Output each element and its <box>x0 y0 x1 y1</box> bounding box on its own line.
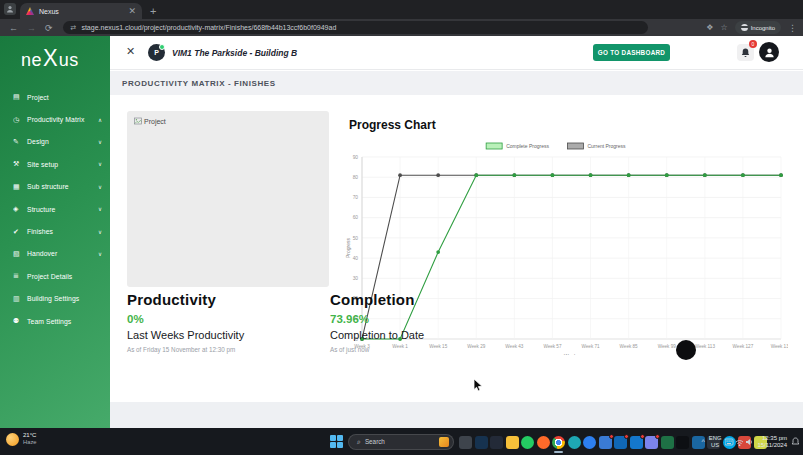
weather-desc: Haze <box>23 439 37 446</box>
sidebar-item-sub-structure[interactable]: ▦Sub structure∨ <box>0 176 110 198</box>
svg-text:Week 127: Week 127 <box>733 344 754 349</box>
people-app-icon[interactable] <box>599 436 612 449</box>
sidebar-item-project[interactable]: ▤Project <box>0 86 110 108</box>
sidebar-item-handover[interactable]: ▧Handover∨ <box>0 243 110 265</box>
sidebar-item-label: Sub structure <box>27 183 98 190</box>
sidebar-item-site-setup[interactable]: ⚒Site setup∨ <box>0 153 110 175</box>
chevron-up-icon: ∧ <box>98 117 102 123</box>
sidebar-item-label: Design <box>27 138 98 145</box>
sidebar-item-project-details[interactable]: ≣Project Details <box>0 265 110 287</box>
forward-icon[interactable]: → <box>27 23 36 33</box>
sidebar-item-design[interactable]: ✎Design∨ <box>0 131 110 153</box>
svg-text:60: 60 <box>353 215 359 220</box>
outlook-icon[interactable] <box>614 436 627 449</box>
svg-text:Complete Progress: Complete Progress <box>506 143 549 149</box>
search-placeholder: Search <box>365 438 435 445</box>
sidebar-item-label: Project Details <box>27 273 102 280</box>
back-icon[interactable]: ← <box>9 23 18 33</box>
layers-icon: ▦ <box>13 183 27 191</box>
app-icon-blue[interactable] <box>583 436 596 449</box>
taskbar-weather[interactable]: 21°C Haze <box>6 432 37 446</box>
chevron-down-icon: ∨ <box>98 206 102 212</box>
new-tab-button[interactable]: + <box>150 3 156 19</box>
completion-value: 73.96% <box>330 313 424 325</box>
browser-profile-icon[interactable] <box>4 3 16 15</box>
handover-icon: ▧ <box>13 250 27 258</box>
tray-status-icons[interactable] <box>725 437 753 447</box>
address-bar[interactable]: ⇄ stage.nexus1.cloud/project/productivit… <box>63 21 648 34</box>
completion-as-of: As of just now <box>330 346 424 353</box>
language-indicator[interactable]: ENG US <box>709 435 722 448</box>
extensions-icon[interactable]: ❖ <box>706 23 713 32</box>
tab-title: Nexus <box>39 8 123 15</box>
sidebar-item-productivity-matrix[interactable]: ◷Productivity Matrix∧ <box>0 108 110 130</box>
svg-text:Progress: Progress <box>345 238 351 259</box>
taskbar-clock[interactable]: 12:35 pm 15/11/2024 <box>757 435 787 449</box>
tab-close-icon[interactable]: ✕ <box>128 6 136 16</box>
page-background <box>110 402 803 428</box>
outlook-calendar-icon[interactable] <box>630 436 643 449</box>
tray-chevron-up-icon[interactable]: ^ <box>702 438 705 445</box>
reload-icon[interactable]: ⟳ <box>45 23 53 33</box>
browser-menu-icon[interactable]: ⋮ <box>788 23 797 33</box>
svg-text:50: 50 <box>353 236 359 241</box>
chrome-icon[interactable] <box>552 436 565 449</box>
file-explorer-icon[interactable] <box>506 436 519 449</box>
site-info-icon[interactable]: ⇄ <box>71 24 77 32</box>
user-avatar[interactable] <box>759 42 779 62</box>
start-button[interactable] <box>330 435 343 448</box>
firefox-icon[interactable] <box>537 436 550 449</box>
close-icon[interactable]: ✕ <box>126 45 135 58</box>
document-icon: ≣ <box>13 272 27 280</box>
tray-bell-icon[interactable] <box>791 437 800 447</box>
app-notification-badge <box>655 434 660 439</box>
whatsapp-icon[interactable] <box>521 436 534 449</box>
check-circle-icon: ✔ <box>13 228 27 236</box>
sidebar-item-label: Handover <box>27 250 98 257</box>
keyboard-icon <box>725 439 733 445</box>
system-app-icon[interactable] <box>459 436 472 449</box>
incognito-label: Incognito <box>751 25 775 31</box>
taskbar-search[interactable]: ⌕ Search <box>348 434 454 450</box>
taskbar: 21°C Haze ⌕ Search ^ ENG US <box>0 428 803 455</box>
svg-text:Week 113: Week 113 <box>695 344 716 349</box>
search-icon: ⌕ <box>357 438 361 446</box>
teams-classic-icon[interactable] <box>490 436 503 449</box>
svg-text:Week 29: Week 29 <box>467 344 485 349</box>
person-icon <box>764 47 775 58</box>
productivity-card: Productivity 0% Last Weeks Productivity … <box>127 291 244 353</box>
chevron-down-icon: ∨ <box>98 139 102 145</box>
floating-action-button[interactable] <box>676 340 696 360</box>
svg-text:70: 70 <box>353 195 359 200</box>
sidebar-item-label: Team Settings <box>27 318 102 325</box>
edge-icon[interactable] <box>568 436 581 449</box>
svg-text:Week 43: Week 43 <box>505 344 523 349</box>
notifications-button[interactable]: 0 <box>737 44 754 61</box>
productivity-as-of: As of Friday 15 November at 12:30 pm <box>127 346 244 353</box>
bell-icon <box>741 48 750 58</box>
sidebar-item-finishes[interactable]: ✔Finishes∨ <box>0 220 110 242</box>
sidebar-item-structure[interactable]: ◈Structure∨ <box>0 198 110 220</box>
store-app-icon[interactable] <box>475 436 488 449</box>
svg-text:Week 137: Week 137 <box>771 344 788 349</box>
completion-subtitle: Completion to Date <box>330 329 424 341</box>
teams-icon[interactable] <box>645 436 658 449</box>
terminal-icon[interactable] <box>676 436 689 449</box>
excel-icon[interactable] <box>661 436 674 449</box>
project-image-placeholder: Project <box>127 111 329 287</box>
broken-image-row: Project <box>134 117 166 125</box>
sidebar-item-team-settings[interactable]: ⚉Team Settings <box>0 310 110 332</box>
svg-text:30: 30 <box>353 276 359 281</box>
browser-tab[interactable]: Nexus ✕ <box>20 3 142 19</box>
project-title: VIM1 The Parkside - Building B <box>172 48 297 58</box>
go-to-dashboard-button[interactable]: GO TO DASHBOARD <box>593 44 670 61</box>
mouse-cursor <box>473 378 484 392</box>
chevron-down-icon: ∨ <box>98 251 102 257</box>
app-notification-badge <box>609 434 614 439</box>
section-title: PRODUCTIVITY MATRIX - FINISHES <box>122 79 276 88</box>
completion-title: Completion <box>330 291 424 308</box>
clock-icon: ◷ <box>13 116 27 124</box>
productivity-subtitle: Last Weeks Productivity <box>127 329 244 341</box>
sidebar-item-building-settings[interactable]: ▥Building Settings <box>0 288 110 310</box>
bookmark-star-icon[interactable]: ☆ <box>720 23 727 32</box>
